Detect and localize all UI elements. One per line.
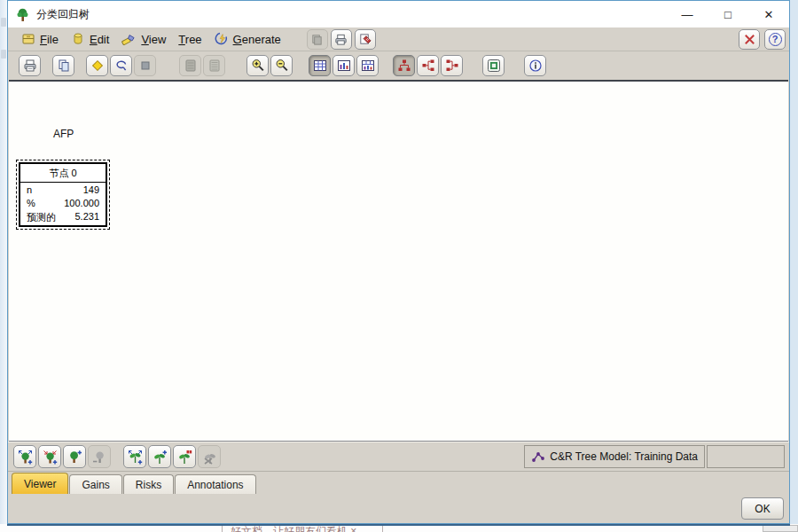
menu-view-label: View — [141, 33, 166, 46]
sheet-disabled-icon — [184, 59, 198, 73]
table-grid-icon — [313, 59, 327, 73]
remove-tree-disabled-icon — [91, 449, 108, 466]
stop-square-icon — [138, 59, 153, 73]
grow-tree-button[interactable] — [63, 445, 86, 468]
toolbar — [8, 51, 789, 80]
tag-icon — [358, 33, 372, 46]
tree-node-0[interactable]: 节点 0 n 149 % 100.000 预测的 5.231 — [19, 162, 107, 227]
data-map-button — [179, 55, 201, 76]
expand-branch-button[interactable] — [123, 445, 146, 468]
node-stat-label: n — [27, 184, 32, 195]
copy-icon — [57, 59, 71, 73]
show-table-graph-button[interactable] — [356, 55, 379, 76]
print-button[interactable] — [19, 55, 41, 76]
grow-branch-icon — [152, 449, 168, 466]
copy-stack-disabled-icon — [310, 33, 324, 46]
node-stat-label: % — [27, 198, 35, 208]
generate-menu-icon — [215, 32, 229, 46]
remove-tree-button — [88, 445, 111, 468]
menu-generate[interactable]: Generate — [208, 30, 287, 48]
select-lasso-button[interactable] — [110, 55, 132, 76]
grow-tree-icon — [66, 449, 83, 466]
show-graph-button[interactable] — [332, 55, 355, 76]
statusbar: C&R Tree Model: Training Data — [8, 442, 789, 471]
help-button[interactable]: ? — [764, 29, 786, 50]
menu-file-label: File — [40, 33, 59, 46]
maximize-button[interactable]: □ — [708, 1, 748, 27]
lasso-icon — [114, 59, 129, 73]
help-icon: ? — [769, 33, 782, 46]
status-empty-cell — [707, 445, 785, 468]
node-stat-value: 5.231 — [74, 211, 99, 224]
background-corner-fragment — [763, 525, 798, 532]
export-tag-button[interactable] — [355, 29, 376, 50]
menu-edit[interactable]: Edit — [65, 30, 115, 48]
node-info-button[interactable] — [524, 55, 546, 76]
node-stat-row: n 149 — [20, 183, 106, 196]
stop-button — [134, 55, 156, 76]
collapse-tree-button[interactable] — [38, 445, 61, 468]
close-viewer-button[interactable] — [739, 29, 760, 50]
expand-tree-button[interactable] — [13, 445, 36, 468]
grow-branch-button[interactable] — [148, 445, 171, 468]
expand-tree-icon — [17, 449, 34, 466]
copy-button[interactable] — [52, 55, 74, 76]
background-bottom-strip — [0, 524, 798, 532]
tree-map-icon — [487, 59, 501, 73]
menubar: File Edit View Tree — [8, 27, 789, 51]
print-preview-icon — [334, 33, 348, 46]
tree-map-button[interactable] — [482, 55, 505, 76]
desktop: 好文档，让好朋友们看机 × 分类回归树 — □ ✕ — [0, 0, 798, 532]
info-icon — [528, 59, 543, 73]
tree-vertical-icon — [397, 59, 411, 73]
menu-view[interactable]: View — [115, 30, 172, 48]
menu-edit-label: Edit — [90, 33, 109, 46]
tab-annotations[interactable]: Annotations — [175, 474, 255, 494]
print-preview-button[interactable] — [331, 29, 352, 50]
file-menu-icon — [21, 32, 35, 46]
footer-panel: OK — [8, 494, 789, 523]
orient-top-down-button[interactable] — [393, 55, 415, 76]
grow-branch-custom-button[interactable] — [173, 445, 196, 468]
view-menu-icon — [121, 32, 137, 46]
tab-risks[interactable]: Risks — [123, 474, 174, 494]
collapse-tree-icon — [42, 449, 59, 466]
close-button[interactable]: ✕ — [748, 1, 789, 27]
menu-tree-label: Tree — [178, 33, 201, 46]
menu-generate-label: Generate — [233, 33, 281, 46]
remove-branch-button — [198, 445, 221, 468]
node-stat-value: 100.000 — [64, 198, 99, 208]
background-left-sliver — [0, 0, 7, 532]
zoom-out-button[interactable] — [270, 55, 293, 76]
minimize-button[interactable]: — — [667, 1, 708, 27]
bar-chart-icon — [337, 59, 351, 73]
copy-all-button — [307, 29, 328, 50]
model-status-label: C&R Tree Model: Training Data — [550, 450, 698, 463]
background-tab-text: 好文档，让好朋友们看机 × — [231, 525, 356, 532]
tab-bar: Viewer Gains Risks Annotations — [8, 471, 789, 494]
remove-branch-disabled-icon — [201, 449, 218, 466]
zoom-in-button[interactable] — [246, 55, 269, 76]
ok-button[interactable]: OK — [741, 497, 784, 520]
menu-tree[interactable]: Tree — [172, 31, 207, 48]
edit-menu-icon — [71, 32, 85, 46]
tree-canvas[interactable]: AFP 节点 0 n 149 % 100.000 预测的 5.231 — [9, 80, 788, 442]
model-node-icon — [531, 450, 545, 464]
grow-branch-custom-icon — [176, 449, 193, 466]
red-x-icon — [743, 33, 756, 46]
tab-viewer[interactable]: Viewer — [12, 473, 68, 494]
node-stat-label: 预测的 — [27, 211, 56, 224]
sheet-disabled-icon — [207, 59, 222, 73]
orient-right-left-button[interactable] — [441, 55, 463, 76]
background-browser-tab[interactable]: 好文档，让好朋友们看机 × — [222, 524, 383, 532]
menu-file[interactable]: File — [15, 30, 65, 48]
zoom-in-icon — [251, 59, 265, 73]
orient-left-right-button[interactable] — [417, 55, 439, 76]
node-title: 节点 0 — [20, 164, 106, 183]
titlebar: 分类回归树 — □ ✕ — [8, 1, 789, 27]
gem-node-button[interactable] — [86, 55, 108, 76]
show-table-button[interactable] — [309, 55, 331, 76]
tab-gains[interactable]: Gains — [69, 474, 121, 494]
yellow-diamond-icon — [90, 59, 105, 73]
table-and-chart-icon — [361, 59, 375, 73]
